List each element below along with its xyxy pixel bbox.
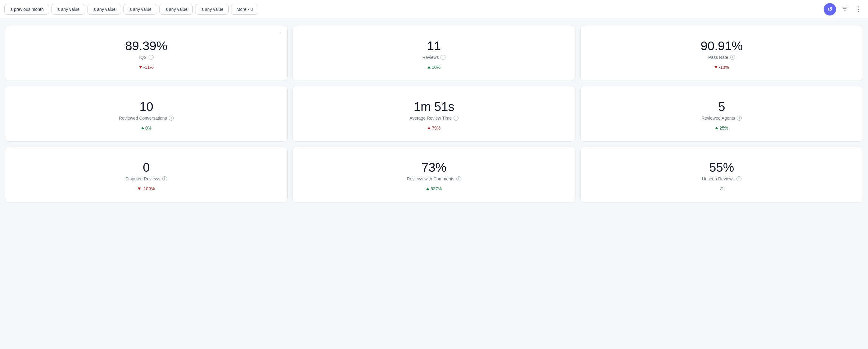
info-icon-reviewed-conversations[interactable]: i bbox=[169, 116, 174, 120]
more-filters-button[interactable]: More • 8 bbox=[231, 4, 258, 14]
metric-label-reviewed-agents: Reviewed Agentsi bbox=[702, 116, 742, 120]
arrow-up-icon bbox=[428, 66, 431, 69]
change-value-reviewed-agents: 25% bbox=[719, 126, 728, 131]
metric-label-unseen-reviews: Unseen Reviewsi bbox=[702, 176, 741, 181]
metric-label-reviews: Reviewsi bbox=[423, 55, 446, 60]
card-menu-button[interactable]: ⋮ bbox=[277, 29, 283, 35]
metric-label-reviewed-conversations: Reviewed Conversationsi bbox=[119, 116, 174, 120]
metric-label-text-reviewed-agents: Reviewed Agents bbox=[702, 116, 735, 120]
top-bar-actions: ↺ ⋮ bbox=[824, 3, 864, 15]
metric-card-unseen-reviews: 55%Unseen Reviewsi∅ bbox=[581, 147, 863, 202]
metric-label-text-disputed-reviews: Disputed Reviews bbox=[126, 176, 160, 181]
metric-value-unseen-reviews: 55% bbox=[709, 161, 734, 174]
filter-pill-1[interactable]: is any value bbox=[52, 4, 85, 14]
info-icon-reviews[interactable]: i bbox=[440, 55, 445, 60]
metric-change-average-review-time: 79% bbox=[428, 126, 440, 131]
metric-value-disputed-reviews: 0 bbox=[143, 161, 150, 174]
metric-change-reviewed-conversations: 0% bbox=[141, 126, 152, 131]
filter-pills-container: is previous monthis any valueis any valu… bbox=[4, 4, 229, 14]
metric-label-disputed-reviews: Disputed Reviewsi bbox=[126, 176, 167, 181]
filter-pill-0[interactable]: is previous month bbox=[4, 4, 49, 14]
metric-label-text-reviews: Reviews bbox=[423, 55, 439, 60]
top-bar: is previous monthis any valueis any valu… bbox=[0, 0, 868, 19]
filter-pill-4[interactable]: is any value bbox=[159, 4, 193, 14]
info-icon-unseen-reviews[interactable]: i bbox=[737, 176, 741, 181]
metric-change-reviewed-agents: 25% bbox=[715, 126, 728, 131]
arrow-up-icon bbox=[715, 127, 718, 129]
metric-label-text-pass-rate: Pass Rate bbox=[708, 55, 728, 60]
change-value-disputed-reviews: -100% bbox=[142, 186, 154, 191]
metric-card-iqs: ⋮89.39%IQSi -11% bbox=[5, 25, 287, 81]
filter-icon-button[interactable] bbox=[840, 4, 850, 15]
filter-pill-3[interactable]: is any value bbox=[123, 4, 157, 14]
arrow-up-icon bbox=[141, 127, 144, 129]
metric-value-reviews: 11 bbox=[427, 39, 441, 53]
arrow-up-icon bbox=[426, 187, 429, 190]
arrow-down-icon bbox=[714, 66, 717, 69]
info-icon-iqs[interactable]: i bbox=[149, 55, 154, 60]
refresh-icon: ↺ bbox=[827, 6, 833, 13]
metric-label-text-reviews-with-comments: Reviews with Comments bbox=[407, 176, 454, 181]
arrow-down-icon bbox=[139, 66, 142, 69]
metric-label-text-iqs: IQS bbox=[139, 55, 147, 60]
metric-card-reviews: 11Reviewsi 10% bbox=[292, 25, 575, 81]
metric-card-reviewed-agents: 5Reviewed Agentsi 25% bbox=[581, 86, 863, 142]
metric-value-pass-rate: 90.91% bbox=[701, 39, 743, 53]
more-options-button[interactable]: ⋮ bbox=[854, 3, 864, 15]
change-value-reviews: 10% bbox=[432, 65, 440, 70]
metric-change-reviews: 10% bbox=[428, 65, 440, 70]
metric-card-pass-rate: 90.91%Pass Ratei -10% bbox=[581, 25, 863, 81]
metric-value-reviewed-agents: 5 bbox=[718, 100, 725, 114]
metric-change-pass-rate: -10% bbox=[714, 65, 729, 70]
metric-label-text-average-review-time: Average Review Time bbox=[409, 116, 452, 120]
metric-change-reviews-with-comments: 627% bbox=[426, 186, 442, 191]
metric-label-pass-rate: Pass Ratei bbox=[708, 55, 735, 60]
info-icon-reviewed-agents[interactable]: i bbox=[737, 116, 742, 120]
change-value-pass-rate: -10% bbox=[719, 65, 729, 70]
metric-change-iqs: -11% bbox=[139, 65, 154, 70]
info-icon-reviews-with-comments[interactable]: i bbox=[456, 176, 461, 181]
metric-value-reviewed-conversations: 10 bbox=[139, 100, 153, 114]
refresh-button[interactable]: ↺ bbox=[824, 3, 836, 15]
metric-label-text-unseen-reviews: Unseen Reviews bbox=[702, 176, 735, 181]
metric-card-reviews-with-comments: 73%Reviews with Commentsi 627% bbox=[292, 147, 575, 202]
info-icon-pass-rate[interactable]: i bbox=[730, 55, 735, 60]
filter-pill-2[interactable]: is any value bbox=[88, 4, 121, 14]
change-value-reviews-with-comments: 627% bbox=[431, 186, 442, 191]
more-options-icon: ⋮ bbox=[855, 5, 862, 13]
change-value-iqs: -11% bbox=[143, 65, 154, 70]
filter-pill-5[interactable]: is any value bbox=[195, 4, 229, 14]
metric-label-iqs: IQSi bbox=[139, 55, 154, 60]
info-icon-disputed-reviews[interactable]: i bbox=[162, 176, 167, 181]
arrow-down-icon bbox=[138, 187, 141, 190]
metric-label-average-review-time: Average Review Timei bbox=[409, 116, 459, 120]
metric-label-text-reviewed-conversations: Reviewed Conversations bbox=[119, 116, 167, 120]
metric-change-unseen-reviews: ∅ bbox=[720, 186, 723, 191]
arrow-up-red-icon bbox=[428, 127, 431, 129]
info-icon-average-review-time[interactable]: i bbox=[454, 116, 459, 120]
metric-card-disputed-reviews: 0Disputed Reviewsi -100% bbox=[5, 147, 287, 202]
metric-card-reviewed-conversations: 10Reviewed Conversationsi 0% bbox=[5, 86, 287, 142]
filter-icon bbox=[842, 6, 848, 13]
change-value-average-review-time: 79% bbox=[432, 126, 440, 131]
metric-card-average-review-time: 1m 51sAverage Review Timei 79% bbox=[292, 86, 575, 142]
metric-change-disputed-reviews: -100% bbox=[138, 186, 154, 191]
metric-label-reviews-with-comments: Reviews with Commentsi bbox=[407, 176, 461, 181]
metric-value-reviews-with-comments: 73% bbox=[422, 161, 446, 174]
metrics-grid: ⋮89.39%IQSi -11%11Reviewsi 10%90.91%Pass… bbox=[0, 19, 868, 209]
metric-value-iqs: 89.39% bbox=[125, 39, 167, 53]
metric-value-average-review-time: 1m 51s bbox=[413, 100, 454, 114]
change-value-reviewed-conversations: 0% bbox=[146, 126, 152, 131]
